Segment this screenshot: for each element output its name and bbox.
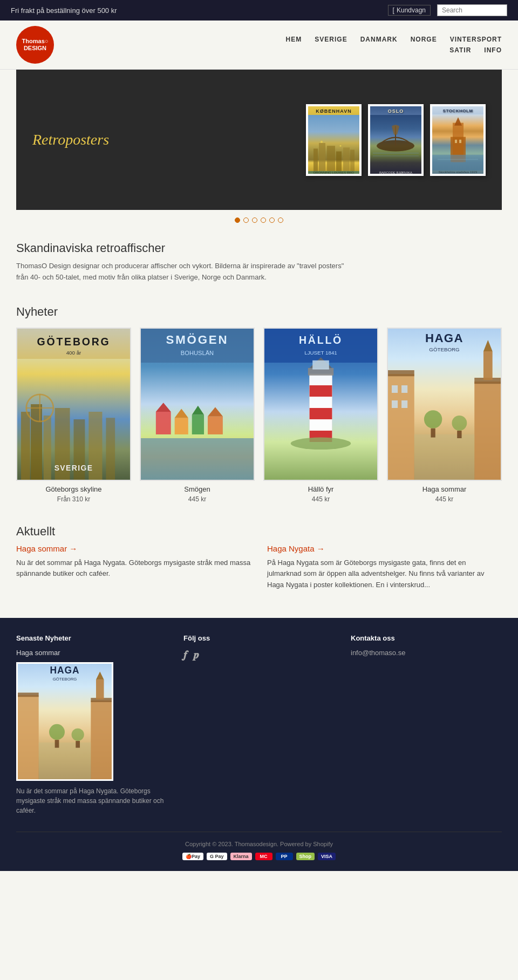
product-smogen[interactable]: SMÖGEN BOHUSLÄN <box>140 328 255 503</box>
dot-6[interactable] <box>278 217 283 223</box>
svg-rect-15 <box>455 139 457 142</box>
product-price-hallo: 445 kr <box>263 495 378 503</box>
svg-rect-77 <box>457 431 461 438</box>
nav-info[interactable]: INFO <box>484 46 502 54</box>
pinterest-icon[interactable]: 𝒑 <box>194 649 199 661</box>
footer-news-item-title: Haga sommar <box>16 649 167 657</box>
svg-rect-65 <box>392 385 398 393</box>
poster-city-1: KØBENHAVN <box>315 106 352 115</box>
nav-sverige[interactable]: SVERIGE <box>315 36 347 43</box>
poster-stockholm[interactable]: STOCKHOLM <box>430 104 486 176</box>
svg-point-90 <box>72 729 84 741</box>
svg-point-76 <box>452 416 467 431</box>
svg-rect-68 <box>401 400 407 408</box>
poster-subtitle-2: BARCODE BJØRVIKA <box>378 171 413 174</box>
aktuellt-item-2: Haga Nygata → På Haga Nygata som är Göte… <box>267 544 502 591</box>
copyright-text: Copyright © 2023. Thomasodesign. Powered… <box>16 841 502 847</box>
intro-text: ThomasO Design designar och producerar a… <box>16 261 351 283</box>
svg-rect-1 <box>319 143 325 171</box>
payment-gpay: G Pay <box>207 853 227 860</box>
nav-danmark[interactable]: DANMARK <box>360 36 398 43</box>
payment-klarna: Klarna <box>230 853 252 860</box>
product-image-smogen: SMÖGEN BOHUSLÄN <box>140 328 255 481</box>
svg-rect-4 <box>343 147 350 171</box>
poster-kobenhavn[interactable]: KØBENHAVN DRONNING LOUIS <box>306 104 362 176</box>
product-grid: GÖTEBORG 400 år SVERIGE Göteborgs skylin… <box>16 328 502 503</box>
poster-subtitle-3: Stockholms stadshus 1923 <box>438 171 479 174</box>
svg-rect-66 <box>401 385 407 393</box>
nav-vintersport[interactable]: VINTERSPORT <box>450 36 502 43</box>
payment-mastercard: MC <box>255 853 272 860</box>
aktuellt-link-1[interactable]: Haga sommar → <box>16 544 77 553</box>
svg-text:SMÖGEN: SMÖGEN <box>166 333 229 346</box>
product-hallo[interactable]: HÄLLÖ LJUSET 1841 <box>263 328 378 503</box>
svg-rect-3 <box>336 151 342 171</box>
dot-2[interactable] <box>243 217 249 223</box>
footer-bottom: Copyright © 2023. Thomasodesign. Powered… <box>16 832 502 860</box>
aktuellt-section: Aktuellt Haga sommar → Nu är det sommar … <box>0 514 518 602</box>
dot-4[interactable] <box>261 217 266 223</box>
svg-rect-42 <box>192 414 204 434</box>
dot-5[interactable] <box>269 217 275 223</box>
svg-rect-44 <box>208 416 223 434</box>
logo-text: Thomas○DESIGN <box>22 38 49 52</box>
footer-news-image[interactable]: HAGA GÖTEBORG <box>16 662 113 781</box>
svg-point-6 <box>321 140 323 142</box>
product-haga[interactable]: HAGA GÖTEBORG <box>387 328 502 503</box>
product-image-goteborg: GÖTEBORG 400 år SVERIGE <box>16 328 131 481</box>
svg-text:HAGA: HAGA <box>50 664 79 675</box>
nav-hem[interactable]: HEM <box>286 36 302 43</box>
svg-text:HÄLLÖ: HÄLLÖ <box>299 334 343 346</box>
carousel-dots <box>0 210 518 230</box>
facebook-icon[interactable]: 𝒇 <box>183 649 187 661</box>
nyheter-title: Nyheter <box>16 305 502 319</box>
dot-3[interactable] <box>252 217 257 223</box>
aktuellt-grid: Haga sommar → Nu är det sommar på Haga N… <box>16 544 502 591</box>
svg-text:HAGA: HAGA <box>425 331 464 345</box>
logo[interactable]: Thomas○DESIGN <box>16 26 54 64</box>
svg-rect-83 <box>91 700 112 779</box>
footer-email[interactable]: info@thomaso.se <box>351 649 502 657</box>
svg-text:SVERIGE: SVERIGE <box>54 464 93 472</box>
hero-banner: Retroposters KØBENHAVN <box>16 70 502 210</box>
product-image-hallo: HÄLLÖ LJUSET 1841 <box>263 328 378 481</box>
poster-oslo[interactable]: OSLO BARCODE BJØRVIKA <box>368 104 424 176</box>
footer-col-news: Senaste Nyheter Haga sommar <box>16 634 167 815</box>
svg-point-74 <box>424 410 442 428</box>
nav-satir[interactable]: SATIR <box>449 46 471 54</box>
aktuellt-title: Aktuellt <box>16 525 502 539</box>
aktuellt-link-2[interactable]: Haga Nygata → <box>267 544 325 553</box>
product-name-hallo: Hällö fyr <box>263 485 378 493</box>
footer-grid: Senaste Nyheter Haga sommar <box>16 634 502 815</box>
svg-rect-75 <box>431 428 435 437</box>
svg-rect-82 <box>18 692 39 697</box>
aktuellt-item-1: Haga sommar → Nu är det sommar på Haga N… <box>16 544 251 591</box>
svg-rect-20 <box>21 412 30 480</box>
product-goteborg[interactable]: GÖTEBORG 400 år SVERIGE Göteborgs skylin… <box>16 328 131 503</box>
intro-title: Skandinaviska retroaffischer <box>16 241 502 255</box>
svg-rect-81 <box>18 695 39 779</box>
svg-rect-2 <box>327 146 335 171</box>
social-icons: 𝒇 𝒑 <box>183 649 335 661</box>
dot-1[interactable] <box>235 217 240 223</box>
cart-link[interactable]: [ Kundvagn <box>388 5 431 16</box>
footer-social-heading: Följ oss <box>183 634 335 642</box>
nav-norge[interactable]: NORGE <box>411 36 437 43</box>
search-input[interactable] <box>437 4 507 16</box>
hero-title: Retroposters <box>32 131 109 148</box>
svg-rect-22 <box>44 416 51 480</box>
product-name-haga: Haga sommar <box>387 485 502 493</box>
poster-city-2: OSLO <box>387 106 405 115</box>
svg-rect-91 <box>76 741 80 748</box>
product-price-smogen: 445 kr <box>140 495 255 503</box>
payment-icons: 🍎Pay G Pay Klarna MC PP Shop VISA <box>16 853 502 860</box>
aktuellt-text-1: Nu är det sommar på Haga Nygata. Götebor… <box>16 557 251 580</box>
poster-city-3: STOCKHOLM <box>442 106 474 114</box>
svg-rect-69 <box>474 382 501 480</box>
intro-section: Skandinaviska retroaffischer ThomasO Des… <box>0 230 518 294</box>
svg-rect-38 <box>156 412 171 434</box>
nav-row-1: HEM SVERIGE DANMARK NORGE VINTERSPORT <box>286 36 502 43</box>
svg-text:GÖTEBORG: GÖTEBORG <box>37 335 110 347</box>
svg-rect-16 <box>459 139 461 142</box>
aktuellt-text-2: På Haga Nygata som är Göteborgs mysigast… <box>267 557 502 591</box>
